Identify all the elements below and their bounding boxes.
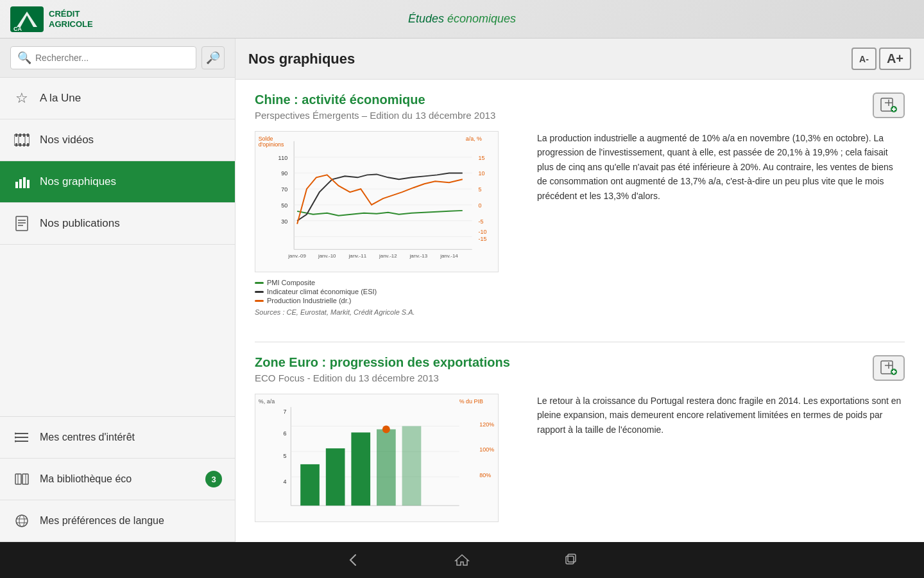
svg-point-27: [15, 437, 17, 439]
svg-text:4: 4: [283, 478, 286, 485]
android-home-button[interactable]: [453, 552, 471, 568]
svg-rect-17: [23, 177, 26, 188]
header-title: Études économiques: [408, 12, 516, 26]
article-2: Zone Euro : progression des exportations…: [255, 355, 905, 525]
article-2-text: Le retour à la croissance du Portugal re…: [537, 394, 905, 525]
svg-text:50: 50: [281, 202, 287, 209]
svg-text:15: 15: [479, 155, 485, 161]
chart-1-legend: PMI Composite Indicateur climat économiq…: [255, 279, 524, 304]
content-scroll[interactable]: Chine : activité économique Perspectives…: [235, 80, 924, 542]
ca-logo-icon: CA: [10, 6, 44, 32]
search-icon: 🔍: [17, 51, 31, 65]
legend-pmi-color: [255, 282, 264, 284]
list-icon: [13, 428, 31, 446]
legend-esi-label: Indicateur climat économique (ESI): [267, 288, 377, 295]
logo: CA CRÉDIT AGRICOLE: [10, 6, 93, 32]
article-2-subtitle: ECO Focus - Edition du 13 décembre 2013: [255, 372, 905, 383]
content-title: Nos graphiques: [248, 51, 355, 67]
sidebar-item-graphiques[interactable]: Nos graphiques: [0, 161, 235, 203]
svg-text:d'opinions: d'opinions: [259, 141, 284, 148]
sidebar-item-centres[interactable]: Mes centres d'intérêt: [0, 417, 235, 459]
svg-text:0: 0: [479, 202, 482, 209]
sidebar-item-publications-label: Nos publications: [40, 217, 120, 230]
svg-text:a/a, %: a/a, %: [466, 136, 482, 142]
star-icon: ☆: [13, 89, 31, 107]
svg-rect-6: [19, 134, 21, 137]
content-area: Nos graphiques A- A+ Chine : activité éc…: [235, 39, 924, 542]
sidebar-item-videos-label: Nos vidéos: [40, 134, 94, 146]
advanced-search-button[interactable]: 🔎: [201, 46, 225, 69]
font-decrease-button[interactable]: A-: [851, 48, 877, 70]
nav-section: ☆ A la Une: [0, 78, 235, 416]
svg-text:% du PIB: % du PIB: [459, 398, 483, 405]
legend-prod-label: Production Industrielle (dr.): [267, 297, 351, 304]
svg-text:-5: -5: [479, 218, 484, 225]
globe-icon: [13, 512, 31, 530]
bookmark-2-button[interactable]: [873, 355, 905, 381]
svg-text:janv.-09: janv.-09: [287, 253, 306, 259]
bookmark-1-button[interactable]: [873, 92, 905, 118]
svg-rect-10: [19, 143, 21, 146]
sidebar: 🔍 🔎 ☆ A la Une: [0, 39, 235, 542]
content-header: Nos graphiques A- A+: [235, 39, 924, 80]
sidebar-item-publications[interactable]: Nos publications: [0, 203, 235, 245]
svg-rect-8: [27, 134, 29, 137]
svg-rect-5: [15, 134, 17, 137]
svg-text:80%: 80%: [479, 472, 491, 478]
svg-text:-10: -10: [479, 229, 487, 235]
svg-text:10: 10: [479, 170, 485, 177]
bottom-nav: Mes centres d'intérêt Ma bibliothèque éc…: [0, 416, 235, 542]
legend-pmi-label: PMI Composite: [267, 279, 315, 286]
android-recent-button[interactable]: [561, 552, 579, 568]
svg-text:110: 110: [278, 155, 287, 161]
bibliotheque-badge: 3: [205, 471, 222, 487]
svg-rect-94: [351, 432, 370, 505]
bar-chart-icon: [13, 173, 31, 191]
article-2-title: Zone Euro : progression des exportations: [255, 355, 905, 370]
svg-text:120%: 120%: [479, 421, 494, 428]
svg-rect-18: [27, 180, 30, 188]
font-controls: A- A+: [851, 48, 911, 70]
svg-text:6: 6: [283, 430, 286, 437]
sidebar-item-une[interactable]: ☆ A la Une: [0, 78, 235, 119]
svg-text:janv.-12: janv.-12: [379, 253, 397, 259]
svg-marker-98: [456, 555, 468, 565]
legend-esi-color: [255, 291, 264, 293]
svg-rect-19: [16, 216, 28, 231]
svg-rect-9: [15, 143, 17, 146]
svg-text:100%: 100%: [479, 446, 494, 453]
article-1-chart: Solde d'opinions a/a, %: [255, 131, 524, 316]
svg-point-26: [15, 433, 17, 435]
svg-text:%, a/a: %, a/a: [259, 398, 275, 405]
document-icon: [13, 215, 31, 232]
svg-text:5: 5: [479, 186, 482, 193]
sidebar-item-langue[interactable]: Mes préférences de langue: [0, 500, 235, 542]
svg-rect-92: [300, 464, 320, 505]
search-input[interactable]: [35, 53, 189, 63]
search-bar: 🔍 🔎: [0, 39, 235, 78]
svg-text:CA: CA: [13, 26, 22, 32]
sidebar-item-une-label: A la Une: [40, 92, 81, 105]
svg-point-97: [382, 426, 390, 434]
svg-text:5: 5: [283, 453, 286, 459]
svg-rect-16: [19, 179, 22, 188]
svg-text:-15: -15: [479, 236, 487, 242]
search-input-wrapper[interactable]: 🔍: [10, 46, 196, 69]
bar-chart-svg: %, a/a % du PIB 120% 100% 80%: [255, 394, 499, 522]
top-header: CA CRÉDIT AGRICOLE Études économiques: [0, 0, 924, 39]
sidebar-item-bibliotheque[interactable]: Ma bibliothèque éco 3: [0, 459, 235, 500]
android-back-button[interactable]: [345, 552, 363, 568]
sidebar-item-videos[interactable]: Nos vidéos: [0, 119, 235, 161]
font-increase-button[interactable]: A+: [879, 48, 911, 70]
svg-rect-100: [568, 554, 576, 562]
svg-text:7: 7: [283, 408, 286, 415]
divider-1: [255, 342, 905, 342]
logo-text: CRÉDIT AGRICOLE: [49, 9, 93, 29]
sidebar-item-centres-label: Mes centres d'intérêt: [40, 432, 222, 443]
svg-text:70: 70: [281, 186, 287, 193]
film-icon: [13, 131, 31, 149]
svg-rect-99: [566, 556, 574, 564]
article-1-title: Chine : activité économique: [255, 92, 905, 107]
svg-text:janv.-11: janv.-11: [348, 253, 366, 259]
svg-rect-96: [402, 426, 422, 506]
